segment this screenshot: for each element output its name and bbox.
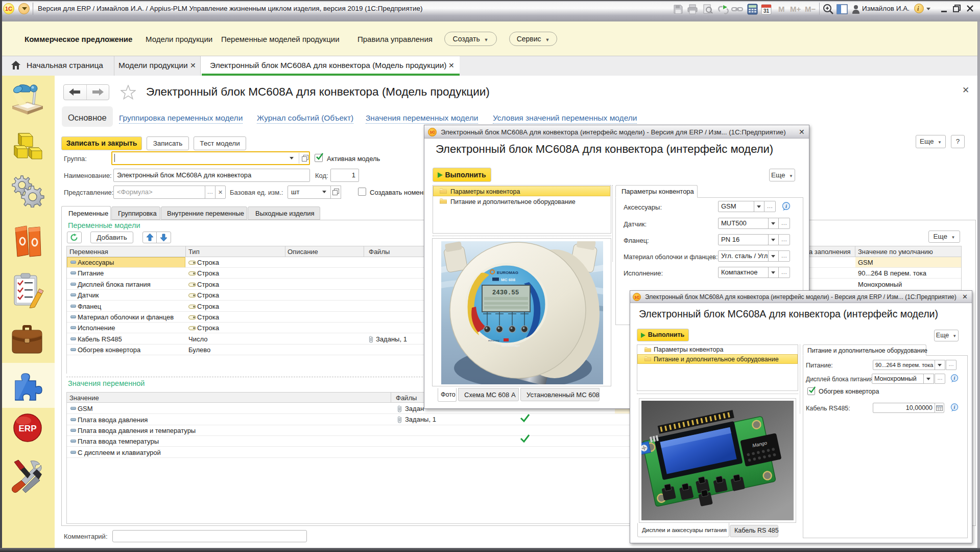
svg-text:i: i xyxy=(954,375,955,381)
svg-text:EUROMAG: EUROMAG xyxy=(497,270,518,275)
svg-text:www.euromag.it: www.euromag.it xyxy=(501,344,520,347)
svg-text:euromag: euromag xyxy=(488,339,499,342)
svg-text:MC 608: MC 608 xyxy=(501,278,516,282)
svg-text:ERP: ERP xyxy=(19,424,37,433)
svg-text:31: 31 xyxy=(763,8,770,14)
svg-text:2430.55: 2430.55 xyxy=(492,289,519,296)
svg-text:i: i xyxy=(954,404,955,410)
